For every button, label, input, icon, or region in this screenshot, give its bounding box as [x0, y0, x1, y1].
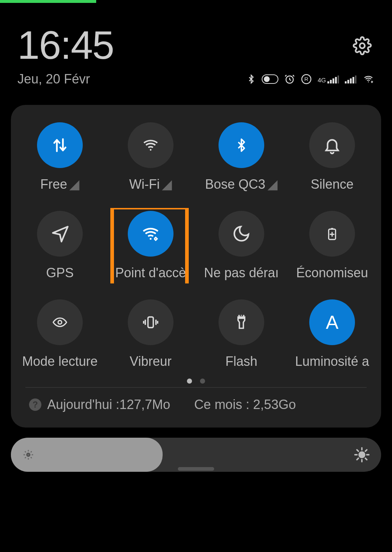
vibrate-icon [128, 299, 173, 345]
brightness-high-icon [354, 446, 370, 463]
tile-wifi[interactable]: Wi-Fi◢ [105, 119, 196, 195]
svg-rect-13 [350, 78, 352, 83]
tile-label: Économiseu [296, 265, 368, 281]
bluetooth-icon [246, 73, 256, 85]
bell-icon [309, 122, 355, 168]
tile-dnd[interactable]: Ne pas déraı [196, 208, 287, 283]
gear-icon [353, 36, 372, 55]
page-dot-2 [200, 379, 205, 384]
moon-icon [219, 211, 264, 257]
help-icon: ? [29, 398, 41, 411]
brightness-low-icon [22, 448, 35, 461]
svg-point-2 [264, 76, 270, 82]
tile-label: Luminosité a [295, 354, 369, 369]
tile-label: Free◢ [40, 177, 79, 192]
tile-vibrate[interactable]: Vibreur [105, 297, 196, 372]
svg-point-20 [58, 320, 62, 324]
tile-label: Vibreur [130, 354, 171, 369]
usage-month: Ce mois : 2,53Go [194, 397, 296, 412]
tile-label: Point d'accè [115, 265, 186, 281]
tile-bluetooth[interactable]: Bose QC3◢ [196, 119, 287, 195]
svg-text:R: R [305, 76, 309, 82]
svg-rect-11 [345, 81, 347, 83]
svg-point-0 [360, 43, 365, 48]
svg-rect-9 [335, 77, 337, 83]
settings-button[interactable] [353, 36, 372, 55]
page-indicator[interactable] [15, 379, 377, 384]
tile-mobile-data[interactable]: Free◢ [15, 119, 105, 195]
tile-label: Bose QC3◢ [205, 177, 278, 192]
loading-bar [0, 0, 96, 3]
svg-rect-6 [327, 81, 329, 83]
tile-label: GPS [46, 265, 74, 281]
battery-icon [309, 211, 355, 257]
tile-flashlight[interactable]: Flash [196, 297, 287, 372]
tile-reading-mode[interactable]: Mode lecture [15, 297, 105, 372]
svg-rect-7 [330, 80, 332, 83]
tile-label: Wi-Fi◢ [129, 177, 172, 192]
wifi-status-icon [362, 74, 375, 84]
date-label: Jeu, 20 Févr [17, 71, 90, 87]
clock-time: 16:45 [17, 22, 114, 68]
toggle-pill-icon [262, 74, 278, 84]
tile-auto-brightness[interactable]: A Luminosité a [287, 297, 377, 372]
torch-icon [219, 299, 264, 345]
bluetooth-icon [219, 122, 264, 168]
network-type-label: 4G [318, 77, 326, 83]
svg-rect-14 [352, 77, 354, 83]
svg-rect-10 [338, 75, 339, 83]
svg-rect-8 [332, 78, 334, 83]
signal-1-icon [327, 75, 339, 83]
tiles-grid: Free◢ Wi-Fi◢ Bose QC3◢ [15, 119, 377, 372]
divider [25, 387, 367, 388]
nav-handle[interactable] [178, 467, 214, 471]
svg-point-22 [27, 453, 30, 457]
tile-label: Mode lecture [22, 354, 98, 369]
data-usage-row[interactable]: ? Aujourd'hui :127,7Mo Ce mois : 2,53Go [15, 389, 377, 420]
signal-2-icon [345, 75, 356, 83]
svg-rect-15 [355, 75, 356, 83]
usage-today: Aujourd'hui :127,7Mo [47, 397, 170, 412]
auto-icon: A [309, 299, 355, 345]
status-icons: R 4G [246, 73, 375, 85]
tile-silence[interactable]: Silence [287, 119, 377, 195]
data-icon [37, 122, 83, 168]
tile-hotspot[interactable]: Point d'accè [105, 208, 196, 283]
page-dot-1 [187, 379, 192, 384]
svg-point-23 [359, 452, 364, 457]
tile-gps[interactable]: GPS [15, 208, 105, 283]
hotspot-icon [128, 211, 173, 257]
brightness-slider[interactable] [11, 438, 381, 472]
svg-rect-12 [347, 80, 349, 83]
alarm-icon [284, 74, 295, 85]
eye-icon [37, 299, 83, 345]
tile-label: Silence [311, 177, 354, 192]
gps-icon [37, 211, 83, 257]
svg-point-18 [150, 238, 151, 240]
tile-label: Flash [225, 354, 257, 369]
tile-label: Ne pas déraı [204, 265, 279, 281]
svg-point-16 [368, 81, 369, 82]
circle-r-icon: R [301, 74, 312, 85]
svg-rect-21 [148, 317, 154, 327]
quick-settings-panel: Free◢ Wi-Fi◢ Bose QC3◢ [11, 105, 381, 428]
wifi-icon [128, 122, 173, 168]
svg-point-17 [150, 149, 152, 151]
tile-battery-saver[interactable]: Économiseu [287, 208, 377, 283]
